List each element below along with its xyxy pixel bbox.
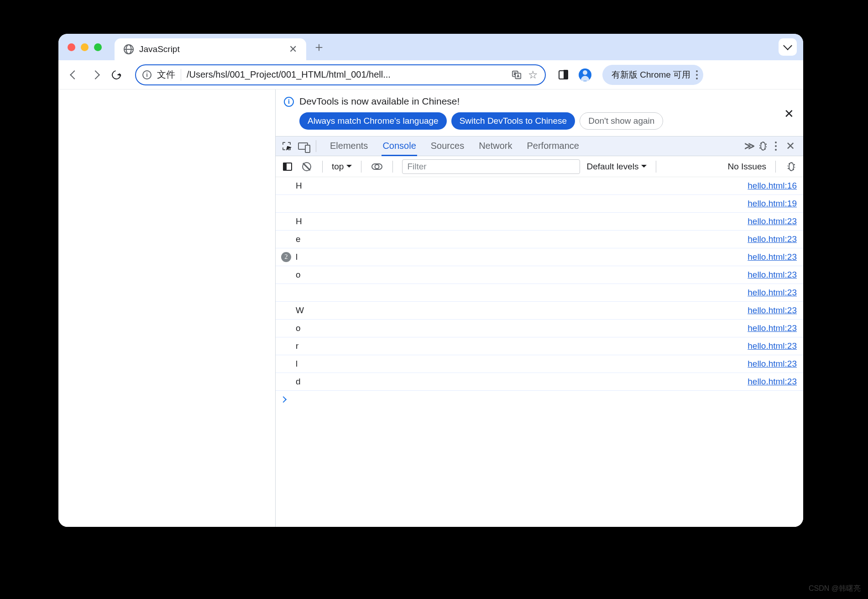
console-row: lhello.html:23 [276, 355, 803, 373]
console-row: Whello.html:23 [276, 302, 803, 320]
log-message: e [293, 234, 748, 244]
tabstrip-dropdown[interactable] [779, 38, 797, 56]
always-match-language-button[interactable]: Always match Chrome's language [299, 112, 447, 130]
gear-icon [789, 162, 794, 171]
console-toolbar: top Filter Default levels No Issues [276, 156, 803, 177]
devtools-tabstrip: Elements Console Sources Network Perform… [276, 136, 803, 156]
source-link[interactable]: hello.html:19 [748, 199, 797, 209]
log-message: o [293, 270, 748, 280]
tab-performance[interactable]: Performance [526, 137, 580, 156]
update-chrome-pill[interactable]: 有新版 Chrome 可用 [602, 65, 703, 85]
log-message: r [293, 341, 748, 351]
side-panel-icon[interactable] [559, 70, 568, 79]
prompt-caret-icon [280, 396, 287, 403]
source-link[interactable]: hello.html:23 [748, 341, 797, 351]
titlebar: JavaScript ✕ ＋ [58, 34, 803, 60]
log-levels-selector[interactable]: Default levels [586, 162, 647, 172]
zoom-window-button[interactable] [94, 43, 102, 51]
console-prompt[interactable] [276, 391, 803, 408]
live-expression-button[interactable] [371, 160, 383, 173]
console-row: dhello.html:23 [276, 373, 803, 391]
tab-title: JavaScript [139, 44, 283, 54]
devtools-menu-button[interactable] [775, 142, 777, 151]
context-label: top [332, 162, 344, 172]
close-tab-button[interactable]: ✕ [289, 43, 297, 55]
close-window-button[interactable] [68, 43, 75, 51]
source-link[interactable]: hello.html:23 [748, 216, 797, 226]
globe-icon [124, 44, 134, 54]
console-row: Hhello.html:23 [276, 213, 803, 231]
issues-counter[interactable]: No Issues [728, 162, 766, 172]
page-viewport [58, 89, 276, 527]
console-filter-input[interactable]: Filter [402, 159, 580, 174]
dont-show-again-button[interactable]: Don't show again [580, 112, 663, 130]
profile-avatar[interactable] [579, 68, 591, 81]
banner-close-button[interactable]: ✕ [784, 107, 794, 121]
separator [316, 140, 316, 152]
clear-icon [302, 162, 311, 171]
tab-sources[interactable]: Sources [430, 137, 465, 156]
log-message: W [293, 305, 748, 315]
devtools-tablist: Elements Console Sources Network Perform… [329, 137, 741, 156]
tab-console[interactable]: Console [382, 137, 417, 156]
arrow-right-icon [91, 70, 100, 79]
source-link[interactable]: hello.html:23 [748, 252, 797, 262]
console-row: hello.html:23 [276, 284, 803, 302]
bookmark-star-icon[interactable]: ☆ [528, 69, 539, 80]
devices-icon [298, 142, 308, 150]
source-link[interactable]: hello.html:23 [748, 270, 797, 280]
inspect-icon [282, 142, 291, 150]
console-row: ehello.html:23 [276, 231, 803, 248]
kebab-menu-icon[interactable] [696, 70, 698, 79]
browser-tab[interactable]: JavaScript ✕ [115, 38, 306, 60]
watermark: CSDN @韩曙亮 [809, 584, 861, 594]
more-tabs-button[interactable]: ≫ [744, 140, 753, 152]
separator [361, 161, 361, 173]
url-path: /Users/hsl/001_Project/001_HTML/html_001… [187, 69, 506, 80]
log-message: H [293, 216, 748, 226]
omnibox[interactable]: i 文件 /Users/hsl/001_Project/001_HTML/htm… [135, 64, 546, 85]
content-area: i DevTools is now available in Chinese! … [58, 89, 803, 527]
chevron-down-icon [783, 41, 792, 50]
separator [322, 161, 323, 173]
switch-to-chinese-button[interactable]: Switch DevTools to Chinese [451, 112, 575, 130]
console-row: rhello.html:23 [276, 337, 803, 355]
source-link[interactable]: hello.html:23 [748, 359, 797, 369]
context-selector[interactable]: top [332, 162, 352, 172]
forward-button[interactable] [87, 66, 104, 84]
log-message: o [293, 323, 748, 333]
console-sidebar-toggle[interactable] [281, 160, 294, 173]
banner-message: DevTools is now available in Chinese! [299, 96, 663, 107]
reload-icon [110, 68, 123, 81]
clear-console-button[interactable] [300, 160, 313, 173]
traffic-lights [68, 43, 102, 51]
site-info-icon[interactable]: i [142, 70, 152, 79]
source-link[interactable]: hello.html:23 [748, 305, 797, 315]
back-button[interactable] [66, 66, 83, 84]
devtools-close-button[interactable]: ✕ [786, 140, 795, 152]
log-message: l [293, 252, 748, 262]
separator [392, 161, 393, 173]
repeat-count-badge: 2 [281, 252, 291, 262]
reload-button[interactable] [108, 66, 125, 84]
separator [775, 161, 776, 173]
new-tab-button[interactable]: ＋ [313, 38, 325, 56]
source-link[interactable]: hello.html:23 [748, 234, 797, 244]
translate-icon[interactable] [511, 69, 522, 80]
source-link[interactable]: hello.html:23 [748, 377, 797, 387]
tab-network[interactable]: Network [478, 137, 513, 156]
gear-icon [760, 142, 766, 151]
minimize-window-button[interactable] [81, 43, 89, 51]
source-link[interactable]: hello.html:23 [748, 323, 797, 333]
console-settings-button[interactable] [785, 160, 798, 173]
device-toolbar-button[interactable] [297, 140, 309, 152]
tab-elements[interactable]: Elements [329, 137, 369, 156]
devtools-settings-button[interactable] [757, 140, 769, 152]
source-link[interactable]: hello.html:23 [748, 288, 797, 298]
console-row: hello.html:19 [276, 195, 803, 213]
caret-down-icon [346, 165, 352, 170]
inspect-element-button[interactable] [280, 140, 293, 152]
omnibox-divider [181, 69, 181, 81]
source-link[interactable]: hello.html:16 [748, 181, 797, 191]
arrow-left-icon [70, 70, 79, 79]
